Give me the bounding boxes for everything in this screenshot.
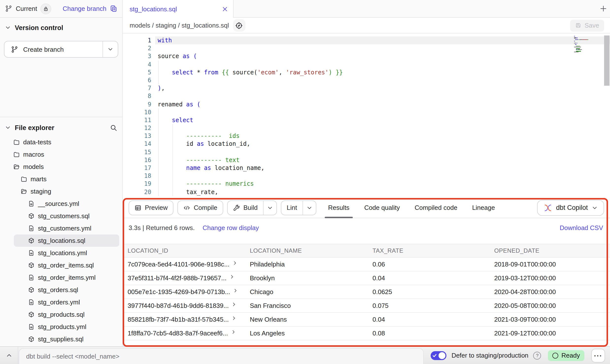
tab-code-quality[interactable]: Code quality	[364, 198, 400, 218]
table-row[interactable]: 1f8ffa70-7cb5-4d83-8a7f-9aceef6...Los An…	[123, 326, 610, 340]
code-line[interactable]: 2	[123, 44, 610, 52]
code-line[interactable]: 13 ---------- ids	[123, 132, 610, 140]
code-line[interactable]: 20 tax_rate,	[123, 188, 610, 196]
column-header-location_id: LOCATION_ID	[123, 244, 245, 257]
code-line[interactable]: 16 ---------- text	[123, 156, 610, 164]
expand-row-icon[interactable]	[232, 261, 237, 265]
minimap[interactable]	[574, 36, 602, 53]
tree-item-stg-products-sql[interactable]: stg_products.sql	[0, 308, 122, 321]
tab-lineage[interactable]: Lineage	[472, 198, 495, 218]
save-button[interactable]: Save	[570, 19, 604, 31]
code-line[interactable]: 8	[123, 92, 610, 100]
help-icon[interactable]: ?	[533, 351, 541, 359]
code-line[interactable]: 15	[123, 148, 610, 156]
cell: 2018-09-01T00:00:00	[489, 257, 610, 271]
new-tab-button[interactable]	[596, 2, 610, 16]
tree-item-stg-supplies-sql[interactable]: stg_supplies.sql	[0, 333, 122, 345]
expand-command-bar-button[interactable]	[0, 347, 18, 364]
preview-button-main[interactable]: Preview	[129, 201, 173, 215]
tree-item-marts[interactable]: marts	[0, 173, 122, 185]
table-row[interactable]: 3977f440-b87d-461b-9dd6-81839...San Fran…	[123, 299, 610, 313]
tree-item-stg-locations-yml[interactable]: stg_locations.yml	[0, 247, 122, 259]
code-line[interactable]: 10	[123, 108, 610, 116]
tree-item-models[interactable]: models	[0, 161, 122, 173]
change-branch-link[interactable]: Change branch	[63, 5, 106, 12]
expand-row-icon[interactable]	[229, 274, 234, 279]
create-branch-button[interactable]: Create branch	[4, 41, 102, 57]
code-line[interactable]: 14 id as location_id,	[123, 140, 610, 148]
code-line[interactable]: 17 name as location_name,	[123, 164, 610, 172]
change-row-display-link[interactable]: Change row display	[203, 224, 259, 231]
create-branch-menu-button[interactable]	[102, 41, 118, 57]
model-icon	[28, 213, 34, 219]
code-line[interactable]: 5 select * from {{ source('ecom', 'raw_s…	[123, 68, 610, 76]
tree-item-label: stg_order_items.sql	[38, 262, 94, 269]
navigate-button[interactable]	[233, 19, 245, 32]
tree-item-stg-order-items-yml[interactable]: stg_order_items.yml	[0, 271, 122, 284]
expand-row-icon[interactable]	[232, 302, 237, 307]
table-row[interactable]: 858218fb-73f7-4b1b-a31f-57b345...New Orl…	[123, 313, 610, 326]
tree-item-stg-orders-yml[interactable]: stg_orders.yml	[0, 296, 122, 308]
compile-button[interactable]: Compile	[178, 200, 223, 215]
preview-button[interactable]: Preview	[129, 200, 174, 215]
tab-compiled-code[interactable]: Compiled code	[415, 198, 457, 218]
code-line[interactable]: 3source as (	[123, 52, 610, 60]
tree-item-stg-products-yml[interactable]: stg_products.yml	[0, 321, 122, 333]
code-line[interactable]: 6	[123, 76, 610, 84]
expand-row-icon[interactable]	[233, 288, 238, 293]
tree-item-data-tests[interactable]: data-tests	[0, 136, 122, 148]
download-csv-link[interactable]: Download CSV	[560, 224, 603, 231]
tree-item-label: stg_products.sql	[38, 311, 85, 318]
code-line[interactable]: 19 ---------- numerics	[123, 180, 610, 188]
code-line[interactable]: 11 select	[123, 116, 610, 124]
build-menu-button[interactable]	[263, 201, 276, 215]
expand-row-icon[interactable]	[232, 316, 237, 321]
line-number: 14	[123, 140, 151, 148]
build-button-main[interactable]: Build	[228, 201, 263, 215]
dbt-copilot-button[interactable]: dbt Copilot	[537, 200, 604, 215]
lint-button-main[interactable]: Lint	[281, 201, 303, 215]
build-button[interactable]: Build	[227, 200, 277, 215]
search-icon[interactable]	[110, 124, 117, 131]
lint-button[interactable]: Lint	[281, 200, 316, 215]
copy-branch-icon[interactable]	[110, 5, 117, 12]
tree-item-stg-locations-sql[interactable]: stg_locations.sql	[0, 234, 122, 247]
file-explorer-header[interactable]: File explorer	[0, 122, 122, 133]
tree-item-stg-order-items-sql[interactable]: stg_order_items.sql	[0, 259, 122, 271]
table-row[interactable]: 37e5f311-b7f4-4f2f-988b-719657...Brookly…	[123, 271, 610, 285]
tree-item-macros[interactable]: macros	[0, 148, 122, 161]
tree-item-stg-customers-yml[interactable]: stg_customers.yml	[0, 222, 122, 234]
command-input[interactable]: dbt build --select <model_name>	[19, 348, 424, 364]
table-row[interactable]: 005e7e1c-1935-4269-b479-0713b...Chicago0…	[123, 285, 610, 299]
cell: Brooklyn	[245, 271, 368, 285]
tree-item-staging[interactable]: staging	[0, 185, 122, 198]
code-line[interactable]: 12	[123, 124, 610, 132]
table-row[interactable]: 7c079cea-5ed4-4101-906e-9198c...Philadel…	[123, 257, 610, 271]
code-editor[interactable]: 1with23source as (45 select * from {{ so…	[123, 33, 610, 198]
defer-toggle[interactable]	[431, 351, 447, 360]
cell: 0.075	[368, 299, 489, 313]
tab-stg-locations-sql[interactable]: stg_locations.sql	[123, 0, 234, 18]
code-line[interactable]: 1with	[123, 36, 610, 44]
more-options-button[interactable]: ···	[591, 348, 605, 362]
lint-menu-button[interactable]	[303, 201, 316, 215]
code-line[interactable]: 9renamed as (	[123, 100, 610, 108]
cell-value: 0.075	[373, 302, 389, 309]
tree-item-stg-orders-sql[interactable]: stg_orders.sql	[0, 284, 122, 296]
status-badge[interactable]: Ready	[548, 350, 584, 361]
close-icon[interactable]	[222, 6, 228, 12]
code-line[interactable]: 18	[123, 172, 610, 180]
cell: 858218fb-73f7-4b1b-a31f-57b345...	[123, 313, 245, 326]
expand-row-icon[interactable]	[231, 330, 236, 334]
cell-value: New Orleans	[250, 316, 287, 323]
code-text: source as (	[155, 52, 610, 60]
tree-item--sources-yml[interactable]: __sources.yml	[0, 198, 122, 210]
toggle-knob	[439, 352, 446, 359]
editor-scrollbar[interactable]	[604, 35, 610, 86]
tree-item-stg-customers-sql[interactable]: stg_customers.sql	[0, 210, 122, 222]
version-control-header[interactable]: Version control	[0, 22, 122, 33]
code-line[interactable]: 7),	[123, 84, 610, 92]
code-line[interactable]: 4	[123, 60, 610, 68]
compile-button-main[interactable]: Compile	[178, 201, 223, 215]
tab-results[interactable]: Results	[328, 198, 350, 218]
